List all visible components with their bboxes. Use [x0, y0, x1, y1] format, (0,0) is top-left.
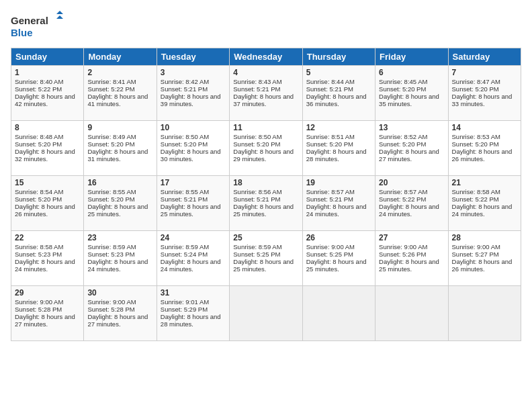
sunset-text: Sunset: 5:20 PM: [452, 140, 517, 148]
day-number: 29: [15, 288, 80, 298]
day-cell: 20Sunrise: 8:57 AMSunset: 5:22 PMDayligh…: [375, 176, 448, 231]
sunrise-text: Sunrise: 8:47 AM: [452, 78, 517, 85]
day-cell: 2Sunrise: 8:41 AMSunset: 5:22 PMDaylight…: [84, 66, 157, 121]
daylight-text: Daylight: 8 hours and 29 minutes.: [233, 148, 298, 163]
day-number: 4: [233, 68, 298, 77]
day-number: 28: [452, 233, 517, 242]
svg-marker-2: [56, 11, 63, 14]
daylight-text: Daylight: 8 hours and 35 minutes.: [379, 93, 444, 107]
sunset-text: Sunset: 5:20 PM: [233, 140, 298, 148]
sunrise-text: Sunrise: 8:52 AM: [379, 133, 444, 140]
sunset-text: Sunset: 5:20 PM: [15, 195, 80, 203]
logo-svg: General Blue: [11, 11, 64, 41]
sunset-text: Sunset: 5:22 PM: [452, 195, 517, 203]
daylight-text: Daylight: 8 hours and 28 minutes.: [161, 313, 226, 328]
daylight-text: Daylight: 8 hours and 25 minutes.: [87, 203, 152, 218]
sunrise-text: Sunrise: 9:00 AM: [87, 298, 152, 306]
sunrise-text: Sunrise: 8:53 AM: [452, 133, 517, 140]
day-number: 22: [15, 233, 80, 242]
sunrise-text: Sunrise: 8:48 AM: [15, 133, 80, 140]
day-cell: 4Sunrise: 8:43 AMSunset: 5:21 PMDaylight…: [230, 66, 302, 121]
sunset-text: Sunset: 5:25 PM: [306, 250, 371, 258]
day-number: 2: [87, 68, 152, 77]
day-cell: 22Sunrise: 8:58 AMSunset: 5:23 PMDayligh…: [11, 231, 84, 286]
sunrise-text: Sunrise: 8:42 AM: [161, 78, 226, 85]
daylight-text: Daylight: 8 hours and 30 minutes.: [161, 148, 226, 163]
daylight-text: Daylight: 8 hours and 33 minutes.: [452, 93, 517, 107]
col-header-sunday: Sunday: [11, 48, 84, 66]
daylight-text: Daylight: 8 hours and 24 minutes.: [306, 203, 371, 218]
daylight-text: Daylight: 8 hours and 24 minutes.: [15, 258, 80, 273]
day-number: 8: [15, 123, 80, 132]
sunrise-text: Sunrise: 9:01 AM: [161, 298, 226, 306]
daylight-text: Daylight: 8 hours and 24 minutes.: [87, 258, 152, 273]
sunset-text: Sunset: 5:20 PM: [306, 140, 371, 148]
calendar-body: 1Sunrise: 8:40 AMSunset: 5:22 PMDaylight…: [11, 66, 521, 341]
day-cell: 9Sunrise: 8:49 AMSunset: 5:20 PMDaylight…: [84, 121, 157, 176]
sunrise-text: Sunrise: 9:00 AM: [452, 243, 517, 250]
sunset-text: Sunset: 5:21 PM: [306, 85, 371, 93]
day-cell: 19Sunrise: 8:57 AMSunset: 5:21 PMDayligh…: [302, 176, 375, 231]
sunset-text: Sunset: 5:28 PM: [87, 306, 152, 313]
sunrise-text: Sunrise: 8:59 AM: [87, 243, 152, 250]
day-cell: 26Sunrise: 9:00 AMSunset: 5:25 PMDayligh…: [302, 231, 375, 286]
day-cell: 28Sunrise: 9:00 AMSunset: 5:27 PMDayligh…: [448, 231, 521, 286]
calendar-container: General Blue SundayMondayTuesdayWednesda…: [0, 0, 532, 411]
daylight-text: Daylight: 8 hours and 24 minutes.: [452, 203, 517, 218]
day-cell: 16Sunrise: 8:55 AMSunset: 5:20 PMDayligh…: [84, 176, 157, 231]
col-header-wednesday: Wednesday: [230, 48, 302, 66]
daylight-text: Daylight: 8 hours and 39 minutes.: [161, 93, 226, 107]
sunrise-text: Sunrise: 8:54 AM: [15, 188, 80, 195]
sunrise-text: Sunrise: 8:50 AM: [161, 133, 226, 140]
day-cell: 31Sunrise: 9:01 AMSunset: 5:29 PMDayligh…: [157, 286, 229, 341]
daylight-text: Daylight: 8 hours and 32 minutes.: [15, 148, 80, 163]
week-row-3: 15Sunrise: 8:54 AMSunset: 5:20 PMDayligh…: [11, 176, 521, 231]
sunrise-text: Sunrise: 8:55 AM: [161, 188, 226, 195]
day-cell: 5Sunrise: 8:44 AMSunset: 5:21 PMDaylight…: [302, 66, 375, 121]
sunrise-text: Sunrise: 8:45 AM: [379, 78, 444, 85]
day-cell: 21Sunrise: 8:58 AMSunset: 5:22 PMDayligh…: [448, 176, 521, 231]
day-cell: 14Sunrise: 8:53 AMSunset: 5:20 PMDayligh…: [448, 121, 521, 176]
sunrise-text: Sunrise: 8:58 AM: [452, 188, 517, 195]
sunset-text: Sunset: 5:20 PM: [379, 85, 444, 93]
day-number: 24: [161, 233, 226, 242]
day-cell: 18Sunrise: 8:56 AMSunset: 5:21 PMDayligh…: [230, 176, 302, 231]
day-cell: 29Sunrise: 9:00 AMSunset: 5:28 PMDayligh…: [11, 286, 84, 341]
sunrise-text: Sunrise: 8:43 AM: [233, 78, 298, 85]
sunset-text: Sunset: 5:21 PM: [306, 195, 371, 203]
sunrise-text: Sunrise: 8:55 AM: [87, 188, 152, 195]
day-cell: 7Sunrise: 8:47 AMSunset: 5:20 PMDaylight…: [448, 66, 521, 121]
sunset-text: Sunset: 5:28 PM: [15, 306, 80, 313]
daylight-text: Daylight: 8 hours and 26 minutes.: [15, 203, 80, 218]
day-cell: [448, 286, 521, 341]
sunrise-text: Sunrise: 8:59 AM: [161, 243, 226, 250]
day-number: 1: [15, 68, 80, 77]
day-number: 9: [87, 123, 152, 132]
sunrise-text: Sunrise: 9:00 AM: [15, 298, 80, 306]
daylight-text: Daylight: 8 hours and 26 minutes.: [452, 148, 517, 163]
day-number: 14: [452, 123, 517, 132]
sunset-text: Sunset: 5:26 PM: [379, 250, 444, 258]
sunset-text: Sunset: 5:27 PM: [452, 250, 517, 258]
calendar-header-row: SundayMondayTuesdayWednesdayThursdayFrid…: [11, 48, 521, 66]
col-header-thursday: Thursday: [302, 48, 375, 66]
day-cell: 25Sunrise: 8:59 AMSunset: 5:25 PMDayligh…: [230, 231, 302, 286]
day-cell: 3Sunrise: 8:42 AMSunset: 5:21 PMDaylight…: [157, 66, 229, 121]
sunrise-text: Sunrise: 8:50 AM: [233, 133, 298, 140]
day-number: 15: [15, 178, 80, 187]
sunset-text: Sunset: 5:20 PM: [87, 140, 152, 148]
sunset-text: Sunset: 5:20 PM: [15, 140, 80, 148]
daylight-text: Daylight: 8 hours and 26 minutes.: [452, 258, 517, 273]
sunrise-text: Sunrise: 8:57 AM: [306, 188, 371, 195]
sunrise-text: Sunrise: 8:41 AM: [87, 78, 152, 85]
day-cell: [375, 286, 448, 341]
sunrise-text: Sunrise: 8:57 AM: [379, 188, 444, 195]
day-number: 30: [87, 288, 152, 298]
sunset-text: Sunset: 5:22 PM: [379, 195, 444, 203]
daylight-text: Daylight: 8 hours and 27 minutes.: [15, 313, 80, 328]
day-cell: 12Sunrise: 8:51 AMSunset: 5:20 PMDayligh…: [302, 121, 375, 176]
day-cell: 6Sunrise: 8:45 AMSunset: 5:20 PMDaylight…: [375, 66, 448, 121]
daylight-text: Daylight: 8 hours and 25 minutes.: [379, 258, 444, 273]
daylight-text: Daylight: 8 hours and 25 minutes.: [161, 203, 226, 218]
sunrise-text: Sunrise: 8:44 AM: [306, 78, 371, 85]
